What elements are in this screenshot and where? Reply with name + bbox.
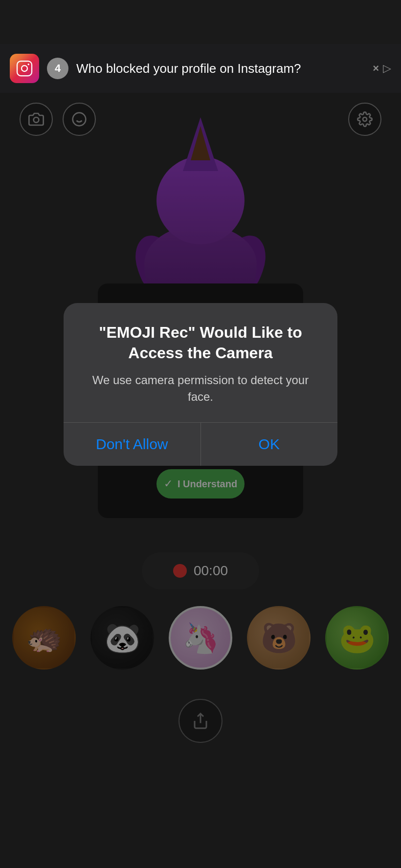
alert-content: "EMOJI Rec" Would Like to Access the Cam… xyxy=(64,303,337,422)
dont-allow-button[interactable]: Don't Allow xyxy=(64,423,200,466)
ad-banner[interactable]: 4 Who blocked your profile on Instagram?… xyxy=(0,44,401,93)
alert-buttons: Don't Allow OK xyxy=(64,423,337,466)
ad-controls: × ▷ xyxy=(373,62,391,75)
ok-label: OK xyxy=(259,436,280,453)
ok-button[interactable]: OK xyxy=(201,423,338,466)
ad-forward-icon[interactable]: ▷ xyxy=(383,62,391,75)
alert-dialog: "EMOJI Rec" Would Like to Access the Cam… xyxy=(64,303,337,466)
svg-rect-1 xyxy=(17,61,32,76)
alert-message: We use camera permission to detect your … xyxy=(83,372,318,405)
svg-point-2 xyxy=(22,65,27,71)
ad-text: Who blocked your profile on Instagram? xyxy=(76,61,365,76)
status-bar xyxy=(0,0,401,44)
alert-title: "EMOJI Rec" Would Like to Access the Cam… xyxy=(83,323,318,363)
dont-allow-label: Don't Allow xyxy=(96,436,168,453)
ad-instagram-icon xyxy=(10,54,39,83)
ad-badge: 4 xyxy=(47,58,68,79)
svg-point-3 xyxy=(27,64,29,65)
ad-close-icon[interactable]: × xyxy=(373,62,379,75)
